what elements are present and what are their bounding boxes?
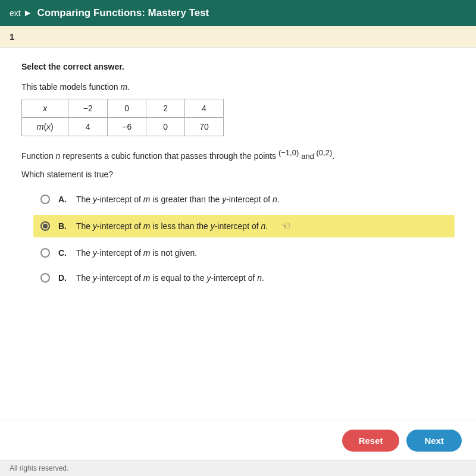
table-header-4: 4 <box>184 99 223 118</box>
table-cell-3: 0 <box>146 118 184 136</box>
main-content: Select the correct answer. This table mo… <box>0 48 476 421</box>
which-statement-text: Which statement is true? <box>21 170 455 179</box>
radio-d[interactable] <box>40 273 50 283</box>
choice-d-letter: D. <box>58 273 68 283</box>
table-row-label: m(x) <box>22 118 68 136</box>
choice-d-text: The y-intercept of m is equal to the y-i… <box>76 273 264 283</box>
reset-button[interactable]: Reset <box>342 430 400 452</box>
radio-a[interactable] <box>40 195 50 204</box>
footer: All rights reserved. <box>0 460 476 476</box>
radio-b[interactable] <box>40 221 50 231</box>
function-table: x −2 0 2 4 m(x) 4 −6 0 70 <box>21 99 224 136</box>
choice-a-text: The y-intercept of m is greater than the… <box>76 195 280 204</box>
button-row: Reset Next <box>0 421 476 460</box>
table-header-neg2: −2 <box>68 99 108 118</box>
table-header-x: x <box>22 99 68 118</box>
table-header-2: 2 <box>146 99 184 118</box>
table-intro-text: This table models function m. <box>21 82 455 92</box>
table-cell-4: 70 <box>184 118 223 136</box>
back-label: ext <box>10 8 21 18</box>
choice-a[interactable]: A. The y-intercept of m is greater than … <box>33 190 455 209</box>
page-title: Comparing Functions: Mastery Test <box>37 7 209 19</box>
question-number: 1 <box>10 32 14 42</box>
choice-d[interactable]: D. The y-intercept of m is equal to the … <box>33 268 455 287</box>
arrow-right-icon: ► <box>23 8 33 18</box>
choice-c[interactable]: C. The y-intercept of m is not given. <box>33 243 455 262</box>
cursor-icon: ☜ <box>281 220 290 233</box>
choice-b-letter: B. <box>58 221 68 231</box>
choice-c-letter: C. <box>58 248 68 258</box>
back-button[interactable]: ext ► <box>10 8 33 18</box>
table-cell-2: −6 <box>107 118 146 136</box>
table-cell-1: 4 <box>68 118 108 136</box>
next-button[interactable]: Next <box>406 430 462 452</box>
function-description: Function n represents a cubic function t… <box>21 147 455 162</box>
header: ext ► Comparing Functions: Mastery Test <box>0 0 476 26</box>
instruction-text: Select the correct answer. <box>21 62 455 71</box>
choice-a-letter: A. <box>58 195 68 204</box>
table-header-0: 0 <box>107 99 146 118</box>
question-number-bar: 1 <box>0 26 476 48</box>
choice-c-text: The y-intercept of m is not given. <box>76 248 197 258</box>
answer-choices: A. The y-intercept of m is greater than … <box>33 190 455 287</box>
footer-text: All rights reserved. <box>10 464 68 472</box>
choice-b[interactable]: B. The y-intercept of m is less than the… <box>33 215 455 237</box>
choice-b-text: The y-intercept of m is less than the y-… <box>76 221 268 231</box>
radio-c[interactable] <box>40 248 50 258</box>
